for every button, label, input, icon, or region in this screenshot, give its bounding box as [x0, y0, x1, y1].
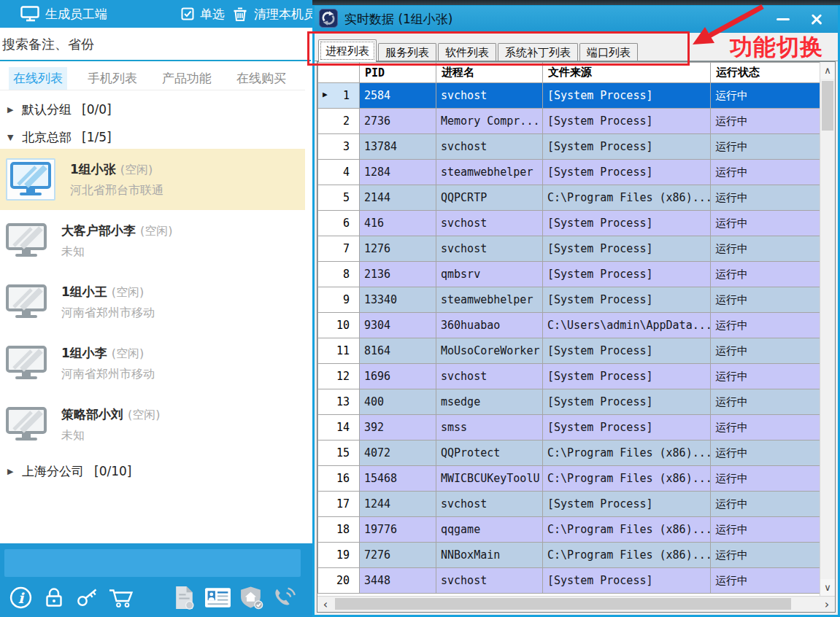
file-source-cell: [System Process] [543, 134, 711, 160]
file-source-cell: [System Process] [543, 262, 711, 287]
table-row[interactable]: 1▶2584svchost[System Process]运行中 [318, 83, 822, 109]
employee-text: 策略部小刘(空闲)未知 [61, 406, 160, 443]
vertical-scroll-thumb[interactable] [822, 81, 833, 131]
table-row[interactable]: 71276svchost[System Process]运行中 [318, 236, 822, 262]
table-row[interactable]: 121696svchost[System Process]运行中 [318, 364, 822, 389]
process-table: PID进程名文件来源运行状态 1▶2584svchost[System Proc… [317, 62, 822, 594]
left-tab-3[interactable]: 产品功能 [158, 67, 216, 90]
group-count: [0/0] [82, 102, 112, 117]
run-status-cell: 运行中 [711, 415, 822, 441]
scroll-right-button[interactable]: › [819, 597, 835, 612]
process-name-cell: msedge [436, 389, 543, 415]
header-row: PID进程名文件来源运行状态 [318, 63, 822, 83]
pid-cell: 400 [360, 389, 436, 415]
process-name-cell: QQProtect [436, 441, 543, 466]
employee-location: 未知 [61, 244, 172, 260]
data-tab-2[interactable]: 服务列表 [378, 43, 436, 61]
row-number-cell: 1▶ [318, 83, 360, 109]
process-name-cell: qmbsrv [436, 262, 543, 287]
employee-status: (空闲) [128, 408, 160, 422]
column-header-4[interactable]: 运行状态 [711, 63, 822, 83]
employee-name: 大客户部小李 [61, 223, 136, 238]
column-header-1[interactable]: PID [360, 63, 436, 83]
row-number-cell: 8 [318, 262, 360, 287]
table-row[interactable]: 154072QQProtectC:\Program Files (x86)...… [318, 441, 822, 466]
process-name-cell: Memory Compr... [436, 109, 543, 134]
data-tab-3[interactable]: 软件列表 [438, 43, 496, 61]
row-number-cell: 10 [318, 313, 360, 338]
main-window-left-panel: 生成员工端 单选 清理本机员工 在线列表手机列表产品功能在线购买 ▶默认分组[0… [0, 0, 314, 617]
row-number-cell: 14 [318, 415, 360, 441]
info-icon[interactable]: i [6, 583, 35, 612]
table-row[interactable]: 82136qmbsrv[System Process]运行中 [318, 262, 822, 287]
top-toolbar: 生成员工端 单选 清理本机员工 [0, 0, 314, 28]
column-header-3[interactable]: 文件来源 [543, 63, 711, 83]
employee-item[interactable]: 策略部小刘(空闲)未知 [0, 394, 305, 455]
employee-status: (空闲) [112, 346, 144, 360]
scroll-down-button[interactable]: ∨ [820, 579, 835, 596]
table-row[interactable]: 6416svchost[System Process]运行中 [318, 211, 822, 236]
window-titlebar[interactable]: 实时数据 (1组小张) [315, 6, 838, 33]
employee-name-line: 策略部小刘(空闲) [61, 406, 160, 423]
group-row[interactable]: ▶上海分公司[0/10] [0, 459, 305, 483]
run-status-cell: 运行中 [711, 543, 822, 568]
key-icon[interactable] [73, 583, 102, 612]
single-select-button[interactable]: 单选 [181, 0, 225, 28]
left-tab-4[interactable]: 在线购买 [232, 67, 290, 90]
pid-cell: 9304 [360, 313, 436, 338]
left-tab-2[interactable]: 手机列表 [83, 67, 142, 90]
table-row[interactable]: 13400msedge[System Process]运行中 [318, 389, 822, 415]
process-name-cell: qqgame [436, 517, 543, 543]
table-row[interactable]: 913340steamwebhelper[System Process]运行中 [318, 287, 822, 313]
search-input[interactable] [0, 28, 311, 60]
scroll-up-button[interactable]: ∧ [820, 62, 835, 79]
employee-text: 1组小李(空闲)河南省郑州市移动 [61, 345, 155, 382]
employee-location: 未知 [61, 428, 160, 443]
horizontal-scrollbar[interactable]: ‹ › [317, 596, 835, 612]
table-row[interactable]: 1819776qqgameC:\Program Files (x86)...运行… [318, 517, 822, 543]
group-row[interactable]: ▶默认分组[0/0] [0, 98, 305, 121]
data-tab-5[interactable]: 端口列表 [579, 43, 638, 61]
close-button[interactable] [800, 9, 833, 30]
shield-home-icon[interactable] [236, 583, 266, 612]
employee-item[interactable]: 1组小张(空闲)河北省邢台市联通 [0, 149, 305, 210]
document-icon[interactable] [169, 583, 199, 612]
table-row[interactable]: 22736Memory Compr...[System Process]运行中 [318, 109, 822, 134]
table-row[interactable]: 118164MoUsoCoreWorker[System Process]运行中 [318, 338, 822, 364]
minimize-button[interactable] [766, 9, 800, 30]
lock-icon[interactable] [39, 583, 69, 612]
table-row[interactable]: 109304360huabaoC:\Users\admin\AppData...… [318, 313, 822, 338]
table-row[interactable]: 171244svchost[System Process]运行中 [318, 492, 822, 517]
table-row[interactable]: 1615468MWICBCUKeyToolUC:\Program Files (… [318, 466, 822, 492]
process-name-cell: svchost [436, 134, 543, 160]
left-tab-1[interactable]: 在线列表 [9, 67, 67, 90]
scroll-left-button[interactable]: ‹ [317, 597, 334, 612]
phone-icon[interactable] [270, 583, 299, 612]
employee-name-line: 1组小李(空闲) [61, 345, 155, 362]
group-row[interactable]: ▼北京总部[1/5] [0, 125, 305, 149]
column-header-2[interactable]: 进程名 [436, 63, 543, 83]
data-tab-4[interactable]: 系统补丁列表 [498, 43, 578, 61]
cart-icon[interactable] [107, 583, 136, 612]
row-number-cell: 17 [318, 492, 360, 517]
pid-cell: 2136 [360, 262, 436, 287]
column-header-rownum[interactable] [318, 63, 360, 83]
employee-item[interactable]: 大客户部小李(空闲)未知 [0, 210, 305, 271]
table-row[interactable]: 313784svchost[System Process]运行中 [318, 134, 822, 160]
table-row[interactable]: 41284steamwebhelper[System Process]运行中 [318, 160, 822, 185]
horizontal-scroll-thumb[interactable] [335, 598, 791, 610]
table-row[interactable]: 52144QQPCRTPC:\Program Files (x86)...运行中 [318, 185, 822, 211]
table-row[interactable]: 203448svchost[System Process]运行中 [318, 568, 822, 594]
run-status-cell: 运行中 [711, 517, 822, 543]
file-source-cell: C:\Program Files (x86)... [543, 517, 711, 543]
chevron-icon: ▶ [7, 467, 22, 476]
id-card-icon[interactable] [203, 583, 232, 612]
generate-client-button[interactable]: 生成员工端 [20, 0, 107, 28]
employee-item[interactable]: 1组小王(空闲)河南省郑州市移动 [0, 271, 305, 333]
employee-item[interactable]: 1组小李(空闲)河南省郑州市移动 [0, 333, 305, 394]
minimize-icon [777, 18, 790, 20]
table-row[interactable]: 14392smss[System Process]运行中 [318, 415, 822, 441]
vertical-scrollbar[interactable]: ∧ ∨ [820, 62, 835, 596]
table-row[interactable]: 197276NNBoxMainC:\Program Files (x86)...… [318, 543, 822, 568]
data-tab-1[interactable]: 进程列表 [318, 39, 377, 62]
